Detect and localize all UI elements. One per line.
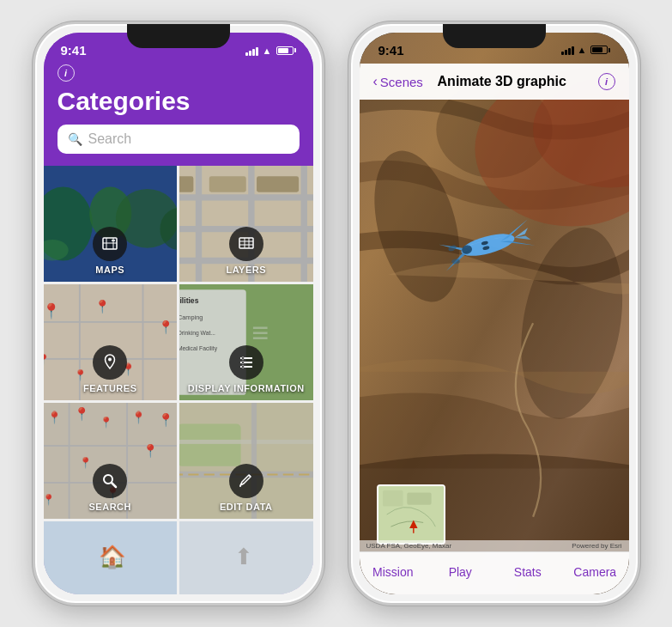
tile-search-content: SEARCH [89,464,131,512]
svg-text:🏠: 🏠 [98,544,125,570]
tile-layers-content: LAYERS [226,227,266,275]
tab-play[interactable]: Play [427,565,494,582]
tile-features[interactable]: 📍 📍 📍 📍 📍 📍 [44,284,178,400]
svg-rect-100 [407,493,431,505]
tile-editdata-label: EDIT DATA [220,502,273,512]
status-time-left: 9:41 [61,43,87,58]
screenshot-container: 9:41 ▲ [15,4,657,623]
svg-text:⬆: ⬆ [234,545,253,569]
tab-stats[interactable]: Stats [494,565,562,582]
thumbnail-inner [378,486,444,543]
search-bar[interactable]: 🔍 Search [58,125,300,154]
editdata-icon [229,464,263,498]
wifi-icon-left: ▲ [263,46,272,56]
svg-point-92 [459,229,517,260]
features-icon-svg [100,353,119,372]
svg-point-50 [241,362,244,364]
back-label: Scenes [380,75,423,89]
svg-rect-18 [239,238,253,248]
maps-icon [93,227,127,261]
chevron-left-icon: ‹ [373,74,378,89]
tile-maps-label: MAPS [95,265,124,275]
maps-icon-svg [101,235,118,253]
tile-extra2-bg: ⬆ [179,521,313,594]
status-icons-right: ▲ [561,45,610,55]
page-title: Categories [58,85,300,125]
map-nav-bar: ‹ Scenes Animate 3D graphic i [360,64,629,100]
status-time-right: 9:41 [378,43,404,58]
svg-point-51 [241,366,244,368]
layers-icon-svg [237,234,256,253]
tab-bar: Mission Play Stats Camera [360,551,629,594]
right-phone: USDA FSA, GeoEye, Maxar Powered by Esri … [348,21,640,606]
tile-maps[interactable]: MAPS [44,166,178,282]
categories-grid: MAPS [44,166,313,594]
map-attribution: USDA FSA, GeoEye, Maxar Powered by Esri [360,540,629,551]
tile-layers-label: LAYERS [226,265,266,275]
search-icon: 🔍 [68,132,82,146]
tile-search[interactable]: 📍 📍 📍 📍 📍 📍 📍 📍 📍 📍 📍 📍 [44,403,178,519]
map-thumbnail [377,484,445,545]
scene-title: Animate 3D graphic [423,74,581,89]
extra2-visual: ⬆ [179,521,313,594]
search-placeholder: Search [88,131,132,147]
layers-icon [229,227,263,261]
categories-header: 9:41 ▲ [44,33,313,166]
tile-search-label: SEARCH [89,502,131,512]
svg-rect-99 [383,490,403,507]
tile-features-label: FEATURES [83,383,136,393]
tab-camera[interactable]: Camera [561,565,629,582]
battery-icon-left [276,46,296,55]
search-tile-icon-svg [100,472,119,490]
back-button[interactable]: ‹ Scenes [373,74,423,89]
battery-icon-right [590,46,610,54]
signal-icon-right [561,45,574,55]
left-phone: 9:41 ▲ [33,21,324,606]
signal-icon-left [245,46,258,56]
svg-line-80 [249,475,251,477]
tile-features-content: FEATURES [83,345,136,393]
tab-mission[interactable]: Mission [360,565,427,582]
display-icon [229,345,263,380]
tile-display-label: DISPLAY INFORMATION [188,383,305,393]
attribution-left: USDA FSA, GeoEye, Maxar [366,542,452,550]
tile-extra-2[interactable]: ⬆ [179,521,313,594]
info-button-left[interactable]: i [58,64,75,82]
tile-extra-1[interactable]: 🏠 [44,521,178,594]
thumbnail-svg [378,486,444,543]
search-tile-icon [93,464,127,498]
notch-right [443,24,546,48]
editdata-icon-svg [237,472,256,490]
svg-point-35 [108,358,112,362]
wifi-icon-right: ▲ [578,45,587,55]
svg-point-49 [241,357,244,360]
features-icon [93,345,127,380]
tile-display-information[interactable]: Facilities Camping Drinking Wat... Medic… [179,284,313,400]
info-button-right[interactable]: i [598,73,615,90]
tile-maps-content: MAPS [93,227,127,275]
tile-display-content: DISPLAY INFORMATION [188,345,305,393]
tile-layers[interactable]: LAYERS [179,166,313,282]
svg-line-72 [112,483,116,487]
tile-extra1-bg: 🏠 [44,521,178,594]
notch-left [127,24,230,48]
left-phone-screen: 9:41 ▲ [44,33,313,594]
display-icon-svg [237,353,256,372]
extra1-visual: 🏠 [44,521,178,594]
svg-point-94 [447,244,457,253]
tile-edit-data[interactable]: EDIT DATA [179,403,313,519]
attribution-right: Powered by Esri [572,542,621,550]
right-phone-screen: USDA FSA, GeoEye, Maxar Powered by Esri … [360,33,629,594]
tile-editdata-content: EDIT DATA [220,464,273,512]
map-view: USDA FSA, GeoEye, Maxar Powered by Esri … [360,33,629,594]
